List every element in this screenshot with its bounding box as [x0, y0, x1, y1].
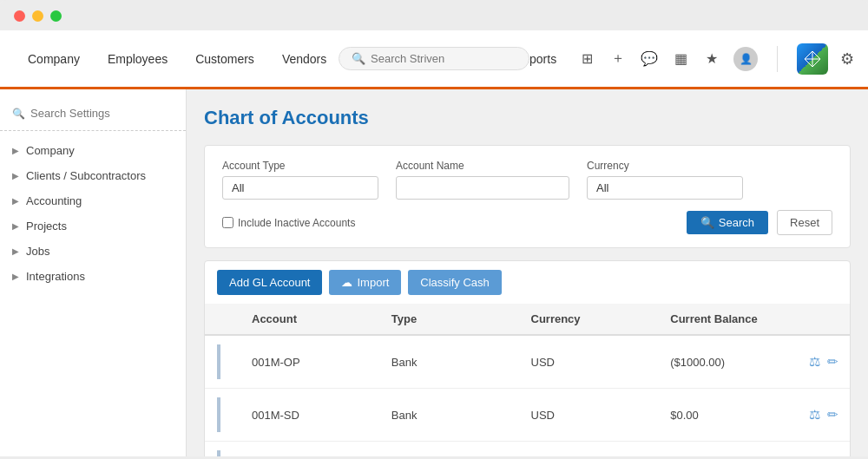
star-icon[interactable]: ★: [702, 49, 721, 69]
sidebar-search-input[interactable]: [30, 107, 174, 120]
sidebar-item-projects[interactable]: ▶ Projects: [0, 213, 186, 239]
table-row: 001M-OP Bank USD ($1000.00) ⚖ ✏: [205, 336, 850, 389]
col-indicator: [205, 304, 240, 334]
sidebar-item-integrations[interactable]: ▶ Integrations: [0, 264, 186, 289]
reset-button[interactable]: Reset: [777, 210, 832, 235]
account-balance: ($1000.00): [658, 347, 798, 377]
sidebar-item-jobs[interactable]: ▶ Jobs: [0, 239, 186, 264]
account-type-label: Account Type: [222, 160, 378, 172]
sidebar-search-icon: 🔍: [12, 108, 25, 120]
row-action-icons: ⚖ ✏: [798, 398, 850, 431]
top-navbar: Company Employees Customers Vendors Acco…: [0, 30, 868, 89]
content-area: Chart of Accounts Account Type Account N…: [187, 89, 868, 456]
account-name: 001M-SD: [240, 400, 379, 430]
currency-filter: Currency: [587, 160, 743, 200]
filter-row: Account Type Account Name Currency: [222, 160, 832, 200]
account-type-input[interactable]: [222, 176, 378, 200]
account-balance: $79,434.44: [658, 453, 798, 457]
nav-employees[interactable]: Employees: [94, 45, 181, 73]
sidebar-item-accounting[interactable]: ▶ Accounting: [0, 188, 186, 213]
filter-card: Account Type Account Name Currency Inclu…: [204, 145, 851, 248]
sidebar-item-company[interactable]: ▶ Company: [0, 138, 186, 163]
col-currency: Currency: [519, 304, 659, 334]
col-actions: [798, 304, 850, 334]
row-indicator: [205, 336, 240, 388]
app-logo: [797, 43, 828, 75]
minimize-button[interactable]: [32, 10, 43, 22]
chat-icon[interactable]: 💬: [640, 49, 659, 69]
nav-customers[interactable]: Customers: [181, 45, 268, 73]
account-type: Bank: [379, 453, 519, 457]
include-inactive-text: Include Inactive Accounts: [238, 217, 355, 229]
col-balance: Current Balance: [658, 304, 798, 334]
table-row: 101 - Cash - BoA Bank USD $79,434.44 ⚖ ✏: [205, 442, 850, 456]
sidebar-item-label: Company: [26, 144, 75, 157]
account-name-input[interactable]: [396, 176, 569, 200]
table-icon[interactable]: ▦: [671, 49, 690, 69]
sidebar-item-label: Projects: [26, 220, 67, 233]
row-indicator: [205, 442, 240, 456]
sidebar-item-label: Integrations: [26, 270, 85, 283]
sidebar-search-bar[interactable]: 🔍: [0, 103, 186, 131]
include-inactive-checkbox[interactable]: [222, 217, 233, 228]
avatar-icon[interactable]: 👤: [733, 47, 758, 71]
upload-icon: ☁: [341, 276, 352, 289]
account-currency: USD: [519, 453, 659, 457]
search-button[interactable]: 🔍 Search: [687, 211, 768, 234]
table-row: 001M-SD Bank USD $0.00 ⚖ ✏: [205, 389, 850, 442]
nav-vendors[interactable]: Vendors: [268, 45, 340, 73]
edit-icon[interactable]: ✏: [827, 407, 838, 423]
sidebar: 🔍 ▶ Company ▶ Clients / Subcontractors ▶…: [0, 89, 187, 456]
balance-icon[interactable]: ⚖: [809, 354, 820, 370]
maximize-button[interactable]: [50, 10, 62, 22]
global-search-bar[interactable]: 🔍: [339, 47, 529, 70]
account-balance: $0.00: [658, 400, 798, 430]
filter-actions: Include Inactive Accounts 🔍 Search Reset: [222, 210, 832, 235]
grid-icon[interactable]: ⊞: [577, 49, 596, 69]
add-gl-account-button[interactable]: Add GL Account: [217, 270, 322, 295]
import-label: Import: [357, 276, 389, 289]
search-icon: 🔍: [700, 216, 714, 229]
edit-icon[interactable]: ✏: [827, 354, 838, 370]
close-button[interactable]: [14, 10, 25, 22]
window-controls: [14, 10, 854, 22]
chevron-right-icon: ▶: [12, 246, 19, 256]
chevron-right-icon: ▶: [12, 146, 19, 155]
search-button-label: Search: [719, 216, 754, 229]
search-icon: 🔍: [352, 52, 365, 65]
page-title: Chart of Accounts: [204, 107, 851, 129]
row-indicator: [205, 389, 240, 441]
settings-gear-icon[interactable]: ⚙: [840, 49, 854, 69]
global-search-input[interactable]: [371, 52, 510, 65]
currency-label: Currency: [587, 160, 743, 172]
action-bar: Add GL Account ☁ Import Classify Cash: [205, 261, 850, 304]
row-action-icons: ⚖ ✏: [798, 451, 850, 456]
col-account: Account: [240, 304, 379, 334]
chevron-right-icon: ▶: [12, 272, 19, 281]
sidebar-item-label: Clients / Subcontractors: [26, 169, 146, 182]
account-name: 001M-OP: [240, 347, 379, 377]
divider: [777, 46, 778, 72]
chevron-right-icon: ▶: [12, 171, 19, 180]
row-action-icons: ⚖ ✏: [798, 345, 850, 378]
sidebar-item-clients[interactable]: ▶ Clients / Subcontractors: [0, 163, 186, 188]
nav-company[interactable]: Company: [14, 45, 94, 73]
classify-cash-button[interactable]: Classify Cash: [408, 270, 501, 295]
include-inactive-label[interactable]: Include Inactive Accounts: [222, 217, 355, 229]
accounts-table-card: Add GL Account ☁ Import Classify Cash Ac…: [204, 260, 851, 456]
col-type: Type: [379, 304, 519, 334]
account-name: 101 - Cash - BoA: [240, 453, 379, 457]
currency-input[interactable]: [587, 176, 743, 200]
account-type: Bank: [379, 400, 519, 430]
plus-icon[interactable]: ＋: [608, 49, 628, 69]
account-name-filter: Account Name: [396, 160, 569, 200]
top-icon-group: ⊞ ＋ 💬 ▦ ★ 👤 ⚙: [577, 43, 854, 75]
account-type-filter: Account Type: [222, 160, 378, 200]
import-button[interactable]: ☁ Import: [329, 270, 401, 295]
main-layout: 🔍 ▶ Company ▶ Clients / Subcontractors ▶…: [0, 89, 868, 456]
balance-icon[interactable]: ⚖: [809, 407, 820, 423]
chevron-right-icon: ▶: [12, 221, 19, 231]
sidebar-item-label: Jobs: [26, 245, 49, 258]
account-currency: USD: [519, 400, 659, 430]
account-currency: USD: [519, 347, 659, 377]
